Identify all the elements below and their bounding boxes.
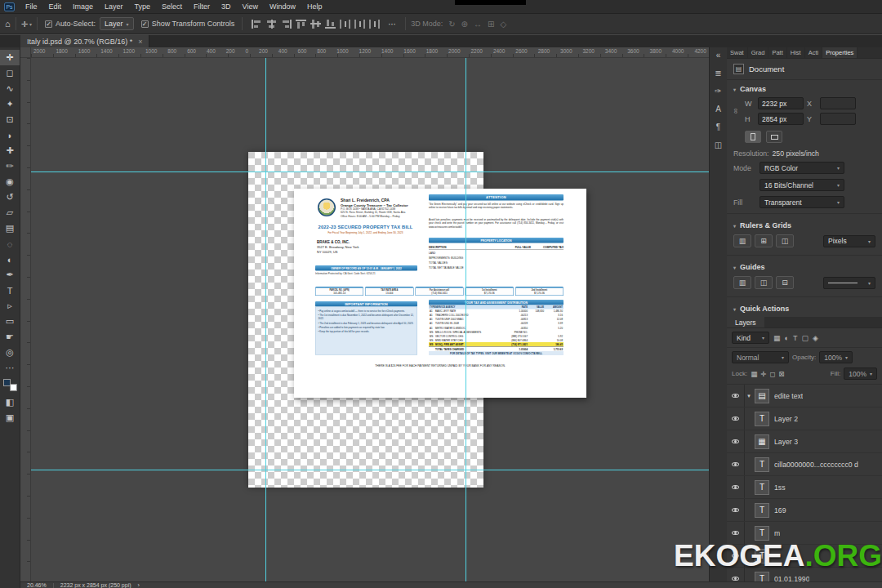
more-alignment-options-icon[interactable]: ⋯ [388,20,396,29]
layer-row[interactable]: ▾ ▤ edite text [727,385,882,408]
ruler-units-dropdown[interactable]: Pixels▾ [823,235,875,247]
align-middle-icon[interactable] [310,20,321,29]
ruler-corner[interactable] [20,47,31,58]
quick-mask-icon[interactable]: ◧ [0,394,20,410]
color-panel-icon[interactable]: ≣ [715,69,721,78]
toggle-grid-icon[interactable]: ⊞ [755,234,773,247]
link-dimensions-icon[interactable]: ∞ [732,109,740,114]
panel-tab[interactable]: Patt [768,47,786,58]
character-panel-icon[interactable]: A [715,105,721,114]
layer-visibility-eye-icon[interactable] [727,385,745,407]
bit-depth-dropdown[interactable]: 16 Bits/Channel▾ [760,179,844,191]
close-tab-icon[interactable]: × [138,38,142,46]
portrait-orientation-button[interactable] [745,131,761,143]
distribute-vertical-icon[interactable] [354,20,365,29]
rectangle-tool[interactable]: ▭ [0,314,20,329]
document-tab[interactable]: Italy id.psd @ 20.7% (RGB/16) * × [20,35,149,47]
foreground-color-swatch[interactable] [3,379,11,386]
libraries-panel-icon[interactable]: ◫ [715,140,722,149]
menu-item[interactable]: Select [156,0,188,13]
brush-tool[interactable]: ✏ [0,158,20,174]
horizontal-ruler[interactable]: 2000180016001400120010008006004002000200… [31,47,709,58]
filter-smart-objects-icon[interactable]: ◈ [813,334,818,342]
toggle-rulers-icon[interactable]: ▥ [733,234,751,247]
canvas-width-field[interactable]: 2232 px [758,97,804,109]
menu-item[interactable]: Type [129,0,157,13]
eraser-tool[interactable]: ▱ [0,205,20,220]
quick-actions-section-header[interactable]: ▾Quick Actions [727,300,882,315]
clear-guides-icon[interactable]: ⊟ [776,276,794,289]
edit-toolbar-icon[interactable]: ⋯ [0,360,20,376]
collapse-panels-icon[interactable]: « [716,51,721,60]
zoom-tool[interactable]: ◎ [0,345,20,360]
status-options-chevron[interactable]: › [138,582,140,588]
menu-item[interactable]: Window [264,0,301,13]
menu-item[interactable]: View [237,0,264,13]
align-right-icon[interactable] [281,20,292,29]
align-bottom-icon[interactable] [325,20,336,29]
blend-mode-dropdown[interactable]: Normal▾ [732,351,789,363]
filter-shape-layers-icon[interactable]: ▢ [801,334,808,342]
history-brush-tool[interactable]: ↺ [0,189,20,205]
paragraph-panel-icon[interactable]: ¶ [716,122,720,131]
lock-guides-icon[interactable]: ◫ [755,276,773,289]
menu-item[interactable]: File [20,0,43,13]
layer-row[interactable]: T 169 [727,499,882,522]
filter-type-layers-icon[interactable]: T [793,334,798,342]
canvas-height-field[interactable]: 2854 px [758,113,804,125]
auto-select-checkbox[interactable]: ✓ Auto-Select: [45,20,96,28]
lock-artboard-icon[interactable]: ◻ [769,370,775,378]
guide-horizontal[interactable] [31,470,709,470]
lock-transparency-icon[interactable]: ▦ [751,370,757,378]
canvas-x-field[interactable] [820,97,856,109]
guide-vertical[interactable] [466,58,466,581]
lock-position-icon[interactable]: ✛ [760,370,766,378]
path-selection-tool[interactable]: ▹ [0,298,20,314]
fill-dropdown[interactable]: 100%▾ [844,368,877,380]
layer-row[interactable]: T cilla0000000...cccccccc0 d [727,453,882,476]
pen-tool[interactable]: ✒ [0,267,20,283]
zoom-level-field[interactable]: 20.46% [27,582,47,588]
canvas[interactable]: Shari L. Freidenrich, CPA Orange County … [31,58,709,581]
3d-slide-icon[interactable]: ⊞ [488,20,494,29]
layer-row[interactable]: ▦ Layer 3 [727,430,882,453]
gradient-tool[interactable]: ▤ [0,220,20,236]
brushes-panel-icon[interactable]: ✑ [715,87,721,96]
filter-pixel-layers-icon[interactable]: ▦ [773,334,781,342]
vertical-ruler[interactable] [20,58,31,581]
panel-tab[interactable]: Hist [787,47,805,58]
layer-visibility-eye-icon[interactable] [727,430,745,452]
layers-tab[interactable]: Layers [727,317,764,327]
auto-select-target-dropdown[interactable]: Layer▾ [100,17,134,30]
blur-tool[interactable]: ◌ [0,236,20,252]
landscape-orientation-button[interactable] [766,131,782,143]
3d-roll-icon[interactable]: ⊕ [461,20,468,29]
align-center-icon[interactable] [266,20,277,29]
clone-stamp-tool[interactable]: ◉ [0,174,20,189]
menu-item[interactable]: Filter [188,0,216,13]
layer-row[interactable]: T 1ss [727,476,882,499]
home-icon[interactable]: ⌂ [5,19,11,29]
filter-adjustment-layers-icon[interactable]: ◐ [785,334,789,342]
menu-item[interactable]: Layer [99,0,129,13]
group-twirl-icon[interactable]: ▾ [745,393,753,399]
menu-item[interactable]: 3D [216,0,237,13]
hand-tool[interactable]: ☛ [0,329,20,345]
color-mode-dropdown[interactable]: RGB Color▾ [760,162,844,174]
guide-vertical[interactable] [265,58,266,581]
color-swatches[interactable] [3,379,17,391]
distribute-spacing-icon[interactable] [369,20,380,29]
canvas-y-field[interactable] [820,113,856,125]
guide-horizontal[interactable] [31,172,709,172]
layer-filter-kind-dropdown[interactable]: Kind▾ [732,332,769,344]
type-tool[interactable]: T [0,283,20,298]
dodge-tool[interactable]: ◐ [0,252,20,267]
align-top-icon[interactable] [296,20,306,29]
background-color-swatch[interactable] [10,384,17,391]
3d-drag-icon[interactable]: ↔ [474,20,482,29]
guide-style-dropdown[interactable]: ▾ [823,277,875,289]
panel-tab[interactable]: Acti [805,47,823,58]
canvas-section-header[interactable]: ▾Canvas [727,80,882,96]
align-left-icon[interactable] [252,20,262,29]
layer-visibility-eye-icon[interactable] [727,476,745,498]
